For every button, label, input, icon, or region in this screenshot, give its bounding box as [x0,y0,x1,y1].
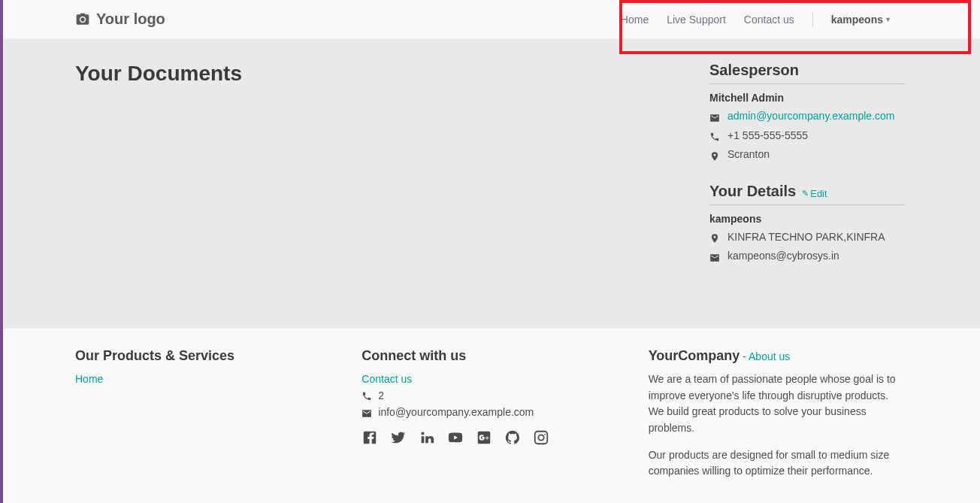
company-desc-2: Our products are designed for small to m… [649,447,905,480]
nav-links: Home Live Support Contact us kampeons ▾ [621,12,965,27]
footer-company-col: YourCompany - About us We are a team of … [649,348,905,490]
pencil-icon: ✎ [802,189,809,198]
nav-contact-us[interactable]: Contact us [744,14,794,26]
details-heading: Your Details [709,183,796,200]
camera-icon [75,12,90,27]
envelope-icon [709,251,720,263]
footer-contact-link[interactable]: Contact us [361,373,412,385]
connect-heading: Connect with us [361,348,618,364]
logo-text: Your logo [96,11,165,28]
map-pin-icon [709,150,720,162]
edit-details-button[interactable]: ✎ Edit [802,188,827,199]
side-accent-strip [0,0,3,503]
footer: Our Products & Services Home Connect wit… [0,329,980,503]
documents-panel: Your Documents [75,62,679,298]
phone-icon [361,389,372,401]
salesperson-section: Salesperson Mitchell Admin admin@yourcom… [709,62,905,162]
about-dash: - [743,350,749,362]
products-heading: Our Products & Services [75,348,331,364]
twitter-icon[interactable] [390,429,407,450]
salesperson-city: Scranton [727,148,770,160]
footer-connect-col: Connect with us Contact us 2 info@yourco… [361,348,618,490]
map-pin-icon [709,232,720,244]
envelope-icon [361,406,372,418]
sidebar-info: Salesperson Mitchell Admin admin@yourcom… [709,62,905,298]
salesperson-heading: Salesperson [709,62,799,79]
nav-separator [812,12,813,27]
details-address: KINFRA TECHNO PARK,KINFRA [727,231,885,243]
edit-label: Edit [810,188,827,199]
salesperson-phone: +1 555-555-5555 [727,129,808,141]
envelope-icon [709,111,720,123]
user-name: kampeons [831,14,883,26]
phone-icon [709,131,720,143]
salesperson-name: Mitchell Admin [709,92,905,104]
details-name: kampeons [709,213,905,225]
footer-email: info@yourcompany.example.com [378,406,534,418]
chevron-down-icon: ▾ [886,15,890,23]
details-email: kampeons@cybrosys.in [727,250,839,262]
nav-home[interactable]: Home [621,14,649,26]
main-area: Your Documents Salesperson Mitchell Admi… [0,39,980,329]
google-plus-icon[interactable] [476,429,492,450]
youtube-icon[interactable] [447,429,464,450]
instagram-icon[interactable] [533,429,549,450]
topbar: Your logo Home Live Support Contact us k… [0,0,980,39]
user-menu[interactable]: kampeons ▾ [831,14,890,26]
footer-products-col: Our Products & Services Home [75,348,331,490]
company-name: YourCompany [649,348,740,363]
logo[interactable]: Your logo [75,11,165,28]
salesperson-email[interactable]: admin@yourcompany.example.com [727,110,895,122]
page-title: Your Documents [75,62,679,86]
facebook-icon[interactable] [361,429,378,450]
social-icons [361,429,618,450]
footer-phone: 2 [378,389,384,401]
about-us-link[interactable]: About us [749,350,790,362]
footer-link-home[interactable]: Home [75,373,103,385]
linkedin-icon[interactable] [419,429,435,450]
github-icon[interactable] [504,429,521,450]
company-desc-1: We are a team of passionate people whose… [649,371,905,437]
your-details-section: Your Details ✎ Edit kampeons KINFRA TECH… [709,183,905,263]
nav-live-support[interactable]: Live Support [667,14,726,26]
